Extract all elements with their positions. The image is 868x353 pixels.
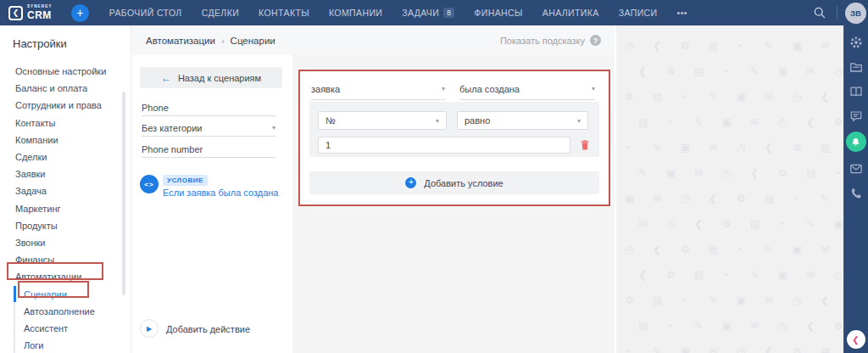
condition-link[interactable]: Если заявка была создана <box>163 188 278 198</box>
sidebar-scrollbar[interactable] <box>122 92 125 295</box>
condition-row-group: № ▾ равно ▾ 1 <box>309 102 599 157</box>
crm-logo-button[interactable]: ❮ <box>847 330 865 349</box>
bell-icon <box>850 137 861 148</box>
back-arrow-icon: ← <box>161 72 171 84</box>
app-logo[interactable]: ❮ SYNERGY CRM <box>8 5 53 20</box>
search-icon[interactable] <box>813 6 826 20</box>
sidebar-menu: Основные настройки Баланс и оплата Сотру… <box>0 63 131 285</box>
main-menu: РАБОЧИЙ СТОЛ СДЕЛКИ КОНТАКТЫ КОМПАНИИ ЗА… <box>109 8 687 18</box>
sidebar-title: Настройки <box>0 25 131 50</box>
phone-icon[interactable] <box>849 187 863 200</box>
breadcrumb-separator: › <box>221 36 225 46</box>
show-hint-button[interactable]: Показать подсказку ? <box>500 35 601 46</box>
entity-select[interactable]: заявка ▾ <box>311 78 445 100</box>
settings-sidebar: Настройки Основные настройки Баланс и оп… <box>0 25 131 353</box>
sidebar-subitem-autofill[interactable]: Автозаполнение <box>15 303 131 320</box>
scenario-panel: ← Назад к сценариям Phone Без категории▾… <box>131 55 292 353</box>
condition-badge: УСЛОВИЕ <box>163 175 208 186</box>
menu-item-more[interactable]: ••• <box>677 8 687 18</box>
condition-node-icon[interactable]: <> <box>140 175 159 193</box>
active-indicator <box>14 286 16 301</box>
sidebar-subitem-assistant[interactable]: Ассистент <box>15 320 131 337</box>
scenario-name-field[interactable]: Phone <box>142 99 275 116</box>
topbar-divider <box>837 6 837 20</box>
sidebar-item-balance[interactable]: Баланс и оплата <box>0 80 131 97</box>
menu-item-records[interactable]: ЗАПИСИ <box>619 8 658 18</box>
menu-item-analytics[interactable]: АНАЛИТИКА <box>542 8 599 18</box>
quick-add-button[interactable]: + <box>71 4 89 22</box>
plus-icon: + <box>76 7 83 19</box>
sidebar-item-finances[interactable]: Финансы <box>0 251 131 268</box>
breadcrumb-scenarios[interactable]: Сценарии <box>231 36 275 46</box>
menu-item-companies[interactable]: КОМПАНИИ <box>329 8 382 18</box>
chevron-down-icon: ▾ <box>272 124 275 132</box>
logo-bracket-icon: ❮ <box>8 6 23 20</box>
sidebar-item-general-settings[interactable]: Основные настройки <box>0 63 131 80</box>
sidebar-item-task[interactable]: Задача <box>0 182 131 199</box>
menu-item-tasks[interactable]: ЗАДАЧИ 8 <box>402 8 454 18</box>
condition-value-input[interactable]: 1 <box>318 137 570 154</box>
plus-icon: + <box>405 177 416 188</box>
event-select[interactable]: была создана ▾ <box>459 78 595 100</box>
category-select[interactable]: Без категории▾ <box>142 120 275 137</box>
settings-gear-icon[interactable] <box>849 36 863 49</box>
background-pattern: ◷❮⚙▤◔✎▣✉◷❮⚙▤◔✎▣✉◷❮⚙▤◔✎▣✉◷❮⚙▤◔✎▣✉◷❮⚙▤◔✎▣✉… <box>615 25 843 353</box>
sidebar-item-companies[interactable]: Компании <box>0 132 131 148</box>
help-icon: ? <box>590 35 601 46</box>
condition-operator-select[interactable]: равно ▾ <box>457 111 588 130</box>
chevron-down-icon: ▾ <box>577 117 581 125</box>
mail-icon[interactable] <box>849 162 863 176</box>
condition-editor-area: заявка ▾ была создана ▾ № ▾ равно ▾ 1 <box>292 55 615 353</box>
sidebar-item-automations[interactable]: Автоматизации <box>0 268 131 285</box>
add-action-button[interactable]: Добавить действие <box>166 324 250 334</box>
sidebar-subitem-scenarios[interactable]: Сценарии <box>15 285 131 302</box>
top-navigation-bar: ❮ SYNERGY CRM + РАБОЧИЙ СТОЛ СДЕЛКИ КОНТ… <box>0 0 868 25</box>
sidebar-item-marketing[interactable]: Маркетинг <box>0 200 131 217</box>
menu-item-finances[interactable]: ФИНАНСЫ <box>474 8 522 18</box>
chat-icon[interactable] <box>849 109 863 123</box>
menu-item-desktop[interactable]: РАБОЧИЙ СТОЛ <box>109 8 182 18</box>
tasks-count-badge: 8 <box>443 8 454 18</box>
automations-submenu: Сценарии Автозаполнение Ассистент Логи <box>14 285 131 353</box>
breadcrumb-automations[interactable]: Автоматизации <box>146 36 215 46</box>
chevron-down-icon: ▾ <box>436 117 439 125</box>
sidebar-item-calls[interactable]: Звонки <box>0 234 131 251</box>
right-toolbar: ЗВ ❮ <box>843 0 868 353</box>
sidebar-subitem-logs[interactable]: Логи <box>15 337 131 353</box>
add-action-play-icon[interactable]: ▶ <box>140 319 159 338</box>
chevron-down-icon: ▾ <box>442 85 445 92</box>
notifications-bell-button[interactable] <box>846 132 866 152</box>
condition-builder-panel: заявка ▾ была создана ▾ № ▾ равно ▾ 1 <box>298 70 610 206</box>
folder-icon[interactable] <box>849 60 863 74</box>
menu-item-contacts[interactable]: КОНТАКТЫ <box>259 8 309 18</box>
app-window: ❮ SYNERGY CRM + РАБОЧИЙ СТОЛ СДЕЛКИ КОНТ… <box>0 0 868 353</box>
knowledge-book-icon[interactable] <box>849 85 863 98</box>
sidebar-item-employees[interactable]: Сотрудники и права <box>0 97 131 114</box>
menu-item-deals[interactable]: СДЕЛКИ <box>202 8 239 18</box>
brand-bottom: CRM <box>27 10 53 20</box>
chevron-down-icon: ▾ <box>592 85 595 92</box>
delete-condition-trash-icon[interactable] <box>578 138 592 152</box>
breadcrumb-bar: Автоматизации › Сценарии Показать подска… <box>131 25 615 55</box>
back-to-scenarios-button[interactable]: ← Назад к сценариям <box>140 67 282 88</box>
phone-number-field[interactable]: Phone number <box>142 141 275 158</box>
user-avatar[interactable]: ЗВ <box>845 3 866 24</box>
sidebar-item-deals[interactable]: Сделки <box>0 148 131 165</box>
add-condition-button[interactable]: + Добавить условие <box>309 171 599 194</box>
sidebar-item-contacts[interactable]: Контакты <box>0 115 131 132</box>
sidebar-item-products[interactable]: Продукты <box>0 217 131 234</box>
sidebar-item-leads[interactable]: Заявки <box>0 165 131 182</box>
condition-field-select[interactable]: № ▾ <box>318 111 447 130</box>
